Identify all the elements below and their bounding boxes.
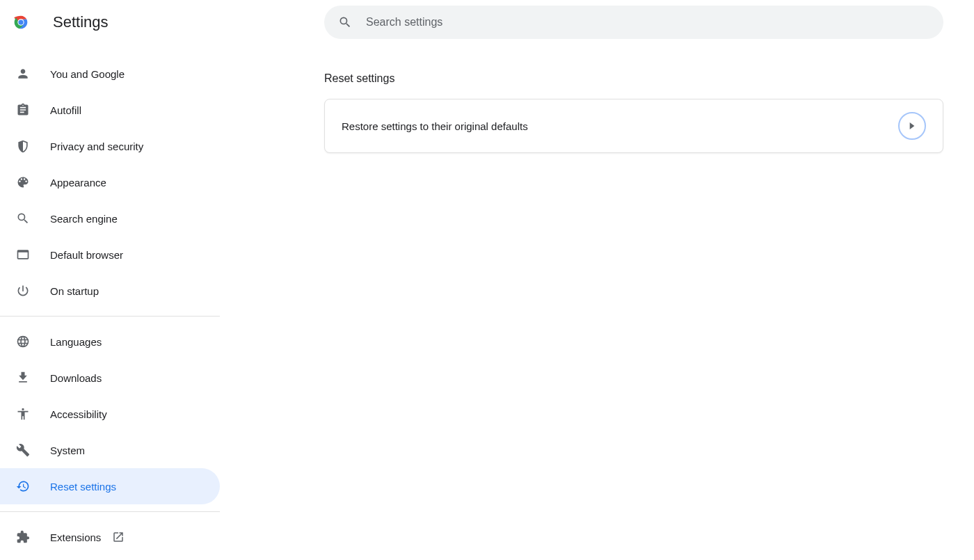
reset-card: Restore settings to their original defau…	[324, 99, 943, 153]
globe-icon	[15, 335, 31, 349]
svg-point-2	[18, 19, 23, 24]
header-left: Settings	[11, 13, 324, 32]
search-bar[interactable]	[324, 6, 943, 39]
sidebar-item-label: Downloads	[50, 372, 102, 384]
person-icon	[15, 67, 31, 81]
wrench-icon	[15, 443, 31, 457]
restore-defaults-row[interactable]: Restore settings to their original defau…	[325, 99, 943, 152]
sidebar-item-autofill[interactable]: Autofill	[0, 92, 220, 128]
chrome-logo-icon	[11, 13, 31, 32]
search-icon	[338, 15, 352, 29]
sidebar-item-label: Default browser	[50, 249, 123, 261]
sidebar-item-label: Privacy and security	[50, 141, 143, 152]
accessibility-icon	[15, 407, 31, 421]
palette-icon	[15, 175, 31, 189]
sidebar-item-languages[interactable]: Languages	[0, 323, 220, 360]
sidebar-item-label: Reset settings	[50, 481, 116, 493]
sidebar-item-label: Extensions	[50, 531, 101, 543]
sidebar-item-extensions[interactable]: Extensions	[0, 519, 220, 555]
sidebar-item-search-engine[interactable]: Search engine	[0, 200, 220, 237]
sidebar-item-label: Languages	[50, 336, 102, 348]
sidebar: You and Google Autofill Privacy and secu…	[0, 45, 220, 560]
sidebar-item-label: Autofill	[50, 104, 81, 116]
sidebar-item-label: You and Google	[50, 68, 125, 80]
sidebar-divider	[0, 511, 220, 512]
content: Reset settings Restore settings to their…	[220, 45, 974, 560]
sidebar-item-downloads[interactable]: Downloads	[0, 360, 220, 396]
sidebar-item-label: Accessibility	[50, 408, 107, 420]
sidebar-item-default-browser[interactable]: Default browser	[0, 237, 220, 273]
sidebar-item-reset-settings[interactable]: Reset settings	[0, 468, 220, 504]
clipboard-icon	[15, 103, 31, 117]
app-title: Settings	[53, 13, 109, 31]
sidebar-divider	[0, 316, 220, 317]
header: Settings	[0, 0, 974, 45]
browser-icon	[15, 248, 31, 262]
search-icon	[15, 211, 31, 225]
main: You and Google Autofill Privacy and secu…	[0, 45, 974, 560]
sidebar-item-label: On startup	[50, 285, 99, 297]
sidebar-item-label: Appearance	[50, 177, 106, 189]
chevron-right-icon	[898, 112, 926, 140]
sidebar-item-privacy[interactable]: Privacy and security	[0, 128, 220, 164]
sidebar-item-system[interactable]: System	[0, 432, 220, 468]
sidebar-item-on-startup[interactable]: On startup	[0, 273, 220, 309]
download-icon	[15, 371, 31, 385]
restore-defaults-label: Restore settings to their original defau…	[342, 120, 528, 132]
search-wrap	[324, 6, 963, 39]
search-input[interactable]	[366, 16, 929, 29]
history-icon	[15, 479, 31, 493]
open-in-new-icon	[112, 531, 125, 543]
power-icon	[15, 284, 31, 298]
sidebar-item-label: System	[50, 445, 85, 456]
sidebar-item-appearance[interactable]: Appearance	[0, 164, 220, 200]
sidebar-item-you-and-google[interactable]: You and Google	[0, 56, 220, 92]
extension-icon	[15, 530, 31, 544]
section-title: Reset settings	[324, 72, 946, 85]
sidebar-item-label: Search engine	[50, 213, 118, 225]
sidebar-item-accessibility[interactable]: Accessibility	[0, 396, 220, 432]
shield-icon	[15, 139, 31, 153]
